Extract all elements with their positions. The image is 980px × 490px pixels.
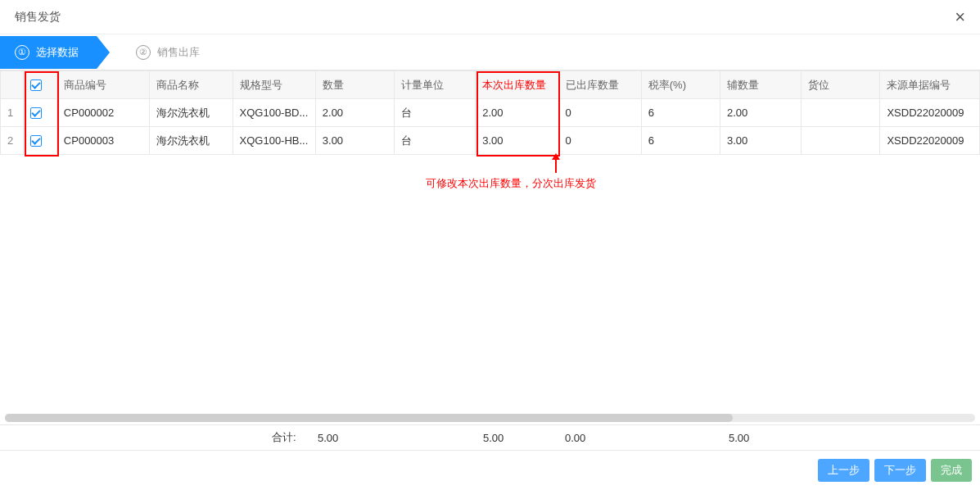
table-row[interactable]: 1 CP000002 海尔洗衣机 XQG100-BD... 2.00 台 2.0… (1, 99, 980, 127)
cell-loc (802, 127, 880, 155)
arrow-up-icon (555, 158, 557, 173)
step-select-data[interactable]: ① 选择数据 (0, 36, 97, 69)
cell-code: CP000003 (56, 127, 149, 155)
cell-already: 0 (558, 99, 641, 127)
cell-unit: 台 (395, 127, 476, 155)
data-table: 商品编号 商品名称 规格型号 数量 计量单位 本次出库数量 已出库数量 税率(%… (0, 70, 980, 155)
row-checkbox[interactable] (30, 135, 42, 147)
col-aux-header[interactable]: 辅数量 (720, 71, 801, 99)
col-check-header[interactable] (24, 71, 57, 99)
totals-qty: 5.00 (318, 432, 338, 444)
totals-outqty: 5.00 (483, 432, 504, 444)
step-sales-out[interactable]: ② 销售出库 (121, 36, 218, 69)
cell-outqty[interactable]: 2.00 (476, 99, 558, 127)
annotation-note: 可修改本次出库数量，分次出库发货 (426, 158, 596, 191)
cell-aux: 3.00 (720, 127, 801, 155)
col-unit-header[interactable]: 计量单位 (395, 71, 476, 99)
col-rate-header[interactable]: 税率(%) (641, 71, 720, 99)
next-button[interactable]: 下一步 (874, 459, 926, 482)
cell-qty: 2.00 (315, 99, 394, 127)
col-outqty-header[interactable]: 本次出库数量 (476, 71, 558, 99)
horizontal-scrollbar[interactable] (5, 414, 975, 422)
step-label: 选择数据 (36, 45, 79, 60)
col-code-header[interactable]: 商品编号 (56, 71, 149, 99)
cell-qty: 3.00 (315, 127, 394, 155)
col-qty-header[interactable]: 数量 (315, 71, 394, 99)
step-label: 销售出库 (157, 45, 200, 60)
cell-loc (802, 99, 880, 127)
annotation-text: 可修改本次出库数量，分次出库发货 (426, 176, 596, 191)
cell-src: XSDD22020009 (880, 127, 980, 155)
close-icon[interactable]: × (951, 7, 969, 28)
totals-label: 合计: (272, 430, 296, 445)
cell-model: XQG100-HB... (233, 127, 315, 155)
prev-button[interactable]: 上一步 (818, 459, 869, 482)
cell-name: 海尔洗衣机 (150, 127, 233, 155)
cell-model: XQG100-BD... (233, 99, 315, 127)
cell-already: 0 (558, 127, 641, 155)
col-src-header[interactable]: 来源单据编号 (880, 71, 980, 99)
cell-name: 海尔洗衣机 (150, 99, 233, 127)
row-checkbox[interactable] (30, 107, 42, 119)
col-already-header[interactable]: 已出库数量 (558, 71, 641, 99)
cell-src: XSDD22020009 (880, 99, 980, 127)
table-row[interactable]: 2 CP000003 海尔洗衣机 XQG100-HB... 3.00 台 3.0… (1, 127, 980, 155)
col-model-header[interactable]: 规格型号 (233, 71, 315, 99)
step-number-icon: ② (136, 45, 151, 60)
select-all-checkbox[interactable] (30, 79, 42, 91)
done-button[interactable]: 完成 (931, 459, 972, 482)
row-index: 2 (1, 127, 24, 155)
row-index: 1 (1, 99, 24, 127)
cell-rate: 6 (641, 99, 720, 127)
data-table-wrap: 商品编号 商品名称 规格型号 数量 计量单位 本次出库数量 已出库数量 税率(%… (0, 70, 980, 155)
steps-bar: ① 选择数据 ② 销售出库 (0, 34, 980, 70)
totals-already: 0.00 (565, 432, 585, 444)
footer-buttons: 上一步 下一步 完成 (818, 459, 972, 482)
totals-row: 合计: 5.00 5.00 0.00 5.00 (0, 424, 980, 451)
dialog-header: 销售发货 × (0, 0, 980, 34)
row-check-cell[interactable] (24, 127, 57, 155)
cell-aux: 2.00 (720, 99, 801, 127)
cell-rate: 6 (641, 127, 720, 155)
cell-code: CP000002 (56, 99, 149, 127)
dialog-title: 销售发货 (15, 10, 61, 25)
col-name-header[interactable]: 商品名称 (150, 71, 233, 99)
cell-unit: 台 (395, 99, 476, 127)
totals-aux: 5.00 (729, 432, 749, 444)
col-loc-header[interactable]: 货位 (802, 71, 880, 99)
cell-outqty[interactable]: 3.00 (476, 127, 558, 155)
col-index-header (1, 71, 24, 99)
step-number-icon: ① (15, 45, 29, 60)
row-check-cell[interactable] (24, 99, 57, 127)
